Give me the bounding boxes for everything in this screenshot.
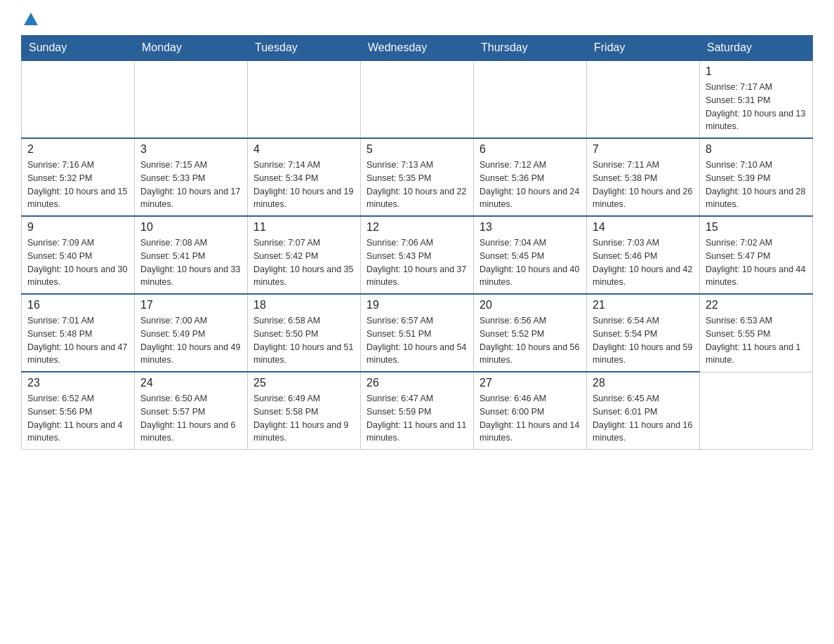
day-info: Sunrise: 6:58 AMSunset: 5:50 PMDaylight:… [253, 314, 355, 367]
day-number: 24 [140, 377, 241, 389]
calendar-cell: 9Sunrise: 7:09 AMSunset: 5:40 PMDaylight… [22, 216, 135, 294]
day-info: Sunrise: 6:46 AMSunset: 6:00 PMDaylight:… [479, 392, 581, 445]
day-info: Sunrise: 7:15 AMSunset: 5:33 PMDaylight:… [140, 159, 241, 211]
calendar-cell: 25Sunrise: 6:49 AMSunset: 5:58 PMDayligh… [248, 372, 361, 450]
day-number: 23 [27, 377, 128, 389]
calendar-cell: 6Sunrise: 7:12 AMSunset: 5:36 PMDaylight… [474, 138, 587, 216]
day-info: Sunrise: 7:03 AMSunset: 5:46 PMDaylight:… [593, 236, 694, 289]
calendar-cell [587, 60, 700, 138]
day-of-week-monday: Monday [135, 36, 248, 61]
calendar-cell: 28Sunrise: 6:45 AMSunset: 6:01 PMDayligh… [587, 372, 700, 450]
calendar-cell: 1Sunrise: 7:17 AMSunset: 5:31 PMDaylight… [700, 60, 813, 138]
day-info: Sunrise: 6:53 AMSunset: 5:55 PMDaylight:… [706, 314, 807, 367]
calendar-week-row: 16Sunrise: 7:01 AMSunset: 5:48 PMDayligh… [22, 294, 813, 372]
calendar-cell: 10Sunrise: 7:08 AMSunset: 5:41 PMDayligh… [135, 216, 248, 294]
day-info: Sunrise: 7:08 AMSunset: 5:41 PMDaylight:… [140, 236, 241, 289]
calendar-cell: 8Sunrise: 7:10 AMSunset: 5:39 PMDaylight… [700, 138, 813, 216]
calendar-week-row: 1Sunrise: 7:17 AMSunset: 5:31 PMDaylight… [22, 60, 813, 138]
calendar-cell: 20Sunrise: 6:56 AMSunset: 5:52 PMDayligh… [474, 294, 587, 372]
day-number: 1 [706, 65, 807, 78]
calendar-cell: 17Sunrise: 7:00 AMSunset: 5:49 PMDayligh… [135, 294, 248, 372]
day-number: 5 [366, 143, 468, 156]
logo-general-text [21, 14, 38, 27]
calendar-cell: 26Sunrise: 6:47 AMSunset: 5:59 PMDayligh… [361, 372, 474, 450]
calendar-cell: 12Sunrise: 7:06 AMSunset: 5:43 PMDayligh… [361, 216, 474, 294]
day-of-week-wednesday: Wednesday [361, 36, 474, 61]
day-number: 18 [253, 299, 355, 311]
day-number: 8 [706, 143, 807, 156]
day-number: 27 [479, 377, 581, 389]
calendar-week-row: 2Sunrise: 7:16 AMSunset: 5:32 PMDaylight… [22, 138, 813, 216]
day-number: 21 [593, 299, 694, 311]
day-number: 3 [140, 143, 241, 156]
day-of-week-tuesday: Tuesday [248, 36, 361, 61]
calendar-cell [474, 60, 587, 138]
day-info: Sunrise: 6:49 AMSunset: 5:58 PMDaylight:… [253, 392, 355, 445]
day-of-week-saturday: Saturday [700, 36, 813, 61]
day-number: 10 [140, 221, 241, 234]
day-number: 17 [140, 299, 241, 311]
calendar-cell: 5Sunrise: 7:13 AMSunset: 5:35 PMDaylight… [361, 138, 474, 216]
day-number: 11 [253, 221, 355, 234]
day-info: Sunrise: 7:02 AMSunset: 5:47 PMDaylight:… [706, 236, 807, 289]
calendar-cell [248, 60, 361, 138]
day-info: Sunrise: 7:01 AMSunset: 5:48 PMDaylight:… [27, 314, 128, 367]
day-number: 4 [253, 143, 355, 156]
day-number: 13 [479, 221, 581, 234]
calendar-week-row: 23Sunrise: 6:52 AMSunset: 5:56 PMDayligh… [22, 372, 813, 450]
day-number: 9 [27, 221, 128, 234]
logo-triangle-icon [24, 13, 38, 25]
day-info: Sunrise: 7:17 AMSunset: 5:31 PMDaylight:… [706, 81, 807, 133]
day-info: Sunrise: 7:10 AMSunset: 5:39 PMDaylight:… [706, 159, 807, 211]
day-number: 16 [27, 299, 128, 311]
day-of-week-thursday: Thursday [474, 36, 587, 61]
page-header [21, 14, 813, 24]
day-info: Sunrise: 6:45 AMSunset: 6:01 PMDaylight:… [593, 392, 694, 445]
day-info: Sunrise: 6:52 AMSunset: 5:56 PMDaylight:… [27, 392, 128, 445]
day-info: Sunrise: 7:09 AMSunset: 5:40 PMDaylight:… [27, 236, 128, 289]
day-info: Sunrise: 6:50 AMSunset: 5:57 PMDaylight:… [140, 392, 241, 445]
day-info: Sunrise: 7:07 AMSunset: 5:42 PMDaylight:… [253, 236, 355, 289]
day-number: 20 [479, 299, 581, 311]
day-number: 19 [366, 299, 468, 311]
day-info: Sunrise: 6:57 AMSunset: 5:51 PMDaylight:… [366, 314, 468, 367]
day-info: Sunrise: 7:16 AMSunset: 5:32 PMDaylight:… [27, 159, 128, 211]
calendar-cell: 3Sunrise: 7:15 AMSunset: 5:33 PMDaylight… [135, 138, 248, 216]
calendar-cell: 13Sunrise: 7:04 AMSunset: 5:45 PMDayligh… [474, 216, 587, 294]
day-number: 7 [593, 143, 694, 156]
day-number: 6 [479, 143, 581, 156]
day-of-week-friday: Friday [587, 36, 700, 61]
calendar-cell: 14Sunrise: 7:03 AMSunset: 5:46 PMDayligh… [587, 216, 700, 294]
calendar-cell: 27Sunrise: 6:46 AMSunset: 6:00 PMDayligh… [474, 372, 587, 450]
calendar-cell [700, 372, 813, 450]
calendar-cell: 19Sunrise: 6:57 AMSunset: 5:51 PMDayligh… [361, 294, 474, 372]
calendar-cell: 11Sunrise: 7:07 AMSunset: 5:42 PMDayligh… [248, 216, 361, 294]
day-info: Sunrise: 6:56 AMSunset: 5:52 PMDaylight:… [479, 314, 581, 367]
calendar-cell: 2Sunrise: 7:16 AMSunset: 5:32 PMDaylight… [22, 138, 135, 216]
calendar-cell: 7Sunrise: 7:11 AMSunset: 5:38 PMDaylight… [587, 138, 700, 216]
calendar-table: SundayMondayTuesdayWednesdayThursdayFrid… [21, 35, 813, 450]
day-number: 25 [253, 377, 355, 389]
day-number: 22 [706, 299, 807, 311]
day-number: 14 [593, 221, 694, 234]
day-number: 15 [706, 221, 807, 234]
day-info: Sunrise: 7:11 AMSunset: 5:38 PMDaylight:… [593, 159, 694, 211]
day-info: Sunrise: 7:00 AMSunset: 5:49 PMDaylight:… [140, 314, 241, 367]
calendar-cell: 18Sunrise: 6:58 AMSunset: 5:50 PMDayligh… [248, 294, 361, 372]
calendar-cell: 22Sunrise: 6:53 AMSunset: 5:55 PMDayligh… [700, 294, 813, 372]
day-info: Sunrise: 7:04 AMSunset: 5:45 PMDaylight:… [479, 236, 581, 289]
calendar-cell: 4Sunrise: 7:14 AMSunset: 5:34 PMDaylight… [248, 138, 361, 216]
day-number: 2 [27, 143, 128, 156]
logo [21, 14, 38, 24]
calendar-cell: 21Sunrise: 6:54 AMSunset: 5:54 PMDayligh… [587, 294, 700, 372]
day-info: Sunrise: 7:14 AMSunset: 5:34 PMDaylight:… [253, 159, 355, 211]
day-info: Sunrise: 7:12 AMSunset: 5:36 PMDaylight:… [479, 159, 581, 211]
day-number: 12 [366, 221, 468, 234]
calendar-cell: 24Sunrise: 6:50 AMSunset: 5:57 PMDayligh… [135, 372, 248, 450]
calendar-cell: 23Sunrise: 6:52 AMSunset: 5:56 PMDayligh… [22, 372, 135, 450]
day-number: 28 [593, 377, 694, 389]
calendar-cell [135, 60, 248, 138]
day-number: 26 [366, 377, 468, 389]
day-info: Sunrise: 7:06 AMSunset: 5:43 PMDaylight:… [366, 236, 468, 289]
calendar-cell: 16Sunrise: 7:01 AMSunset: 5:48 PMDayligh… [22, 294, 135, 372]
